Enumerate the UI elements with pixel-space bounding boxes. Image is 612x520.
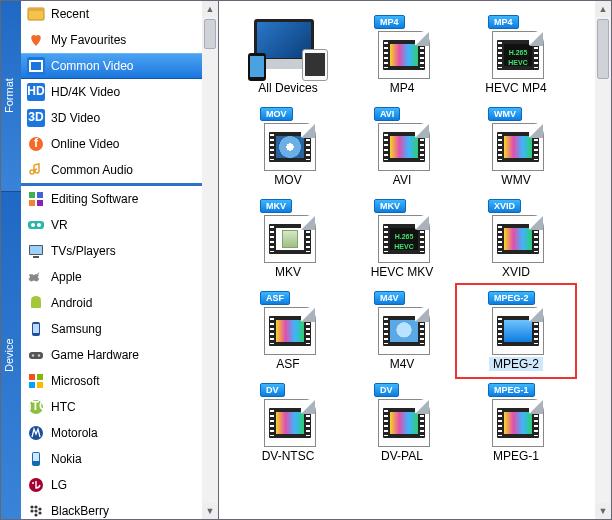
format-file-icon: XVID <box>484 201 548 263</box>
sidebar-item-label: HTC <box>51 400 76 414</box>
sidebar-item-label: Recent <box>51 7 89 21</box>
sidebar-item-label: BlackBerry <box>51 504 109 518</box>
svg-rect-21 <box>33 256 39 258</box>
svg-point-47 <box>38 511 41 514</box>
format-badge: MP4 <box>374 15 405 29</box>
sidebar-item-common-audio[interactable]: Common Audio <box>21 157 202 183</box>
sidebar-item-htc[interactable]: hTCHTC <box>21 394 202 420</box>
scroll-up-icon[interactable]: ▲ <box>202 1 218 17</box>
motorola-icon <box>27 424 45 442</box>
sidebar-item-tvs-players[interactable]: TVs/Players <box>21 238 202 264</box>
format-file-icon: AVI <box>370 109 434 171</box>
format-tile-mkv[interactable]: MKV MKV <box>233 197 343 281</box>
format-badge: AVI <box>374 107 400 121</box>
sidebar-item-recent[interactable]: Recent <box>21 1 202 27</box>
format-tile-all-devices[interactable]: All Devices <box>233 13 343 97</box>
android-icon <box>27 294 45 312</box>
svg-rect-12 <box>29 192 35 198</box>
format-tile-mpeg-2[interactable]: MPEG-2 MPEG-2 <box>461 289 571 373</box>
format-badge: DV <box>260 383 285 397</box>
format-caption: HEVC MKV <box>371 265 434 279</box>
sidebar-item-label: 3D Video <box>51 111 100 125</box>
online-icon: f <box>27 135 45 153</box>
sidebar-item-online-video[interactable]: fOnline Video <box>21 131 202 157</box>
svg-point-42 <box>34 505 37 508</box>
sidebar-item-common-video[interactable]: Common Video <box>21 53 202 79</box>
format-tile-avi[interactable]: AVI AVI <box>347 105 457 189</box>
format-badge: ASF <box>260 291 290 305</box>
sidebar-item-3d-video[interactable]: 3D3D Video <box>21 105 202 131</box>
svg-point-43 <box>30 509 33 512</box>
sidebar-item-label: Nokia <box>51 452 82 466</box>
sidebar-item-label: Common Audio <box>51 163 133 177</box>
svg-rect-4 <box>31 62 41 70</box>
sidebar-item-label: LG <box>51 478 67 492</box>
format-caption: All Devices <box>258 81 317 95</box>
sidebar-item-label: My Favourites <box>51 33 126 47</box>
rail-format[interactable]: Format <box>1 1 21 191</box>
sidebar-item-apple[interactable]: Apple <box>21 264 202 290</box>
format-badge: MP4 <box>488 15 519 29</box>
format-caption: MOV <box>274 173 301 187</box>
format-tile-m4v[interactable]: M4V M4V <box>347 289 457 373</box>
svg-text:hTC: hTC <box>27 399 45 413</box>
scroll-thumb[interactable] <box>204 19 216 49</box>
format-badge: MKV <box>374 199 406 213</box>
sidebar-item-label: Microsoft <box>51 374 100 388</box>
format-tile-hevc-mp4[interactable]: MP4 HEVC MP4 <box>461 13 571 97</box>
format-badge: WMV <box>488 107 522 121</box>
sidebar-item-motorola[interactable]: Motorola <box>21 420 202 446</box>
format-tile-mov[interactable]: MOV MOV <box>233 105 343 189</box>
sidebar-item-android[interactable]: Android <box>21 290 202 316</box>
scroll-down-icon[interactable]: ▼ <box>202 503 218 519</box>
format-caption: MPEG-2 <box>489 357 543 371</box>
format-tile-dv-pal[interactable]: DV DV-PAL <box>347 381 457 465</box>
format-tile-xvid[interactable]: XVID XVID <box>461 197 571 281</box>
format-tile-dv-ntsc[interactable]: DV DV-NTSC <box>233 381 343 465</box>
sidebar-item-nokia[interactable]: Nokia <box>21 446 202 472</box>
format-tile-mpeg-1[interactable]: MPEG-1 MPEG-1 <box>461 381 571 465</box>
rail-device[interactable]: Device <box>1 192 21 519</box>
format-tile-wmv[interactable]: WMV WMV <box>461 105 571 189</box>
svg-point-45 <box>38 507 41 510</box>
format-badge: XVID <box>488 199 521 213</box>
sidebar-item-microsoft[interactable]: Microsoft <box>21 368 202 394</box>
sidebar-item-lg[interactable]: LG <box>21 472 202 498</box>
recent-icon <box>27 5 45 23</box>
sidebar-item-blackberry[interactable]: BlackBerry <box>21 498 202 519</box>
scroll-thumb[interactable] <box>597 19 609 79</box>
sidebar-item-hd-4k-video[interactable]: HDHD/4K Video <box>21 79 202 105</box>
format-caption: AVI <box>393 173 411 187</box>
sidebar: Format Device RecentMy FavouritesCommon … <box>1 1 219 519</box>
svg-point-28 <box>32 354 34 356</box>
sidebar-scrollbar[interactable]: ▲ ▼ <box>202 1 218 519</box>
svg-point-44 <box>34 509 37 512</box>
sidebar-item-label: Editing Software <box>51 192 138 206</box>
format-file-icon: DV <box>370 385 434 447</box>
sidebar-rails: Format Device <box>1 1 21 519</box>
svg-rect-32 <box>29 382 35 388</box>
format-tile-mp4[interactable]: MP4 MP4 <box>347 13 457 97</box>
sidebar-item-game-hardware[interactable]: Game Hardware <box>21 342 202 368</box>
sidebar-item-vr[interactable]: VR <box>21 212 202 238</box>
sidebar-categories: RecentMy FavouritesCommon VideoHDHD/4K V… <box>21 1 202 519</box>
svg-rect-16 <box>28 221 44 229</box>
blackberry-icon <box>27 502 45 519</box>
svg-point-40 <box>32 482 34 484</box>
sidebar-item-my-favourites[interactable]: My Favourites <box>21 27 202 53</box>
all-devices-icon <box>248 17 328 79</box>
svg-rect-14 <box>29 200 35 206</box>
main-scrollbar[interactable]: ▲ ▼ <box>595 1 611 519</box>
format-file-icon: MP4 <box>370 17 434 79</box>
format-file-icon: WMV <box>484 109 548 171</box>
sidebar-item-editing-software[interactable]: Editing Software <box>21 186 202 212</box>
scroll-up-icon[interactable]: ▲ <box>595 1 611 17</box>
format-file-icon: MKV <box>256 201 320 263</box>
sidebar-item-samsung[interactable]: Samsung <box>21 316 202 342</box>
scroll-down-icon[interactable]: ▼ <box>595 503 611 519</box>
3d-icon: 3D <box>27 109 45 127</box>
svg-rect-20 <box>30 246 42 254</box>
format-tile-hevc-mkv[interactable]: MKV HEVC MKV <box>347 197 457 281</box>
format-tile-asf[interactable]: ASF ASF <box>233 289 343 373</box>
tv-icon <box>27 242 45 260</box>
